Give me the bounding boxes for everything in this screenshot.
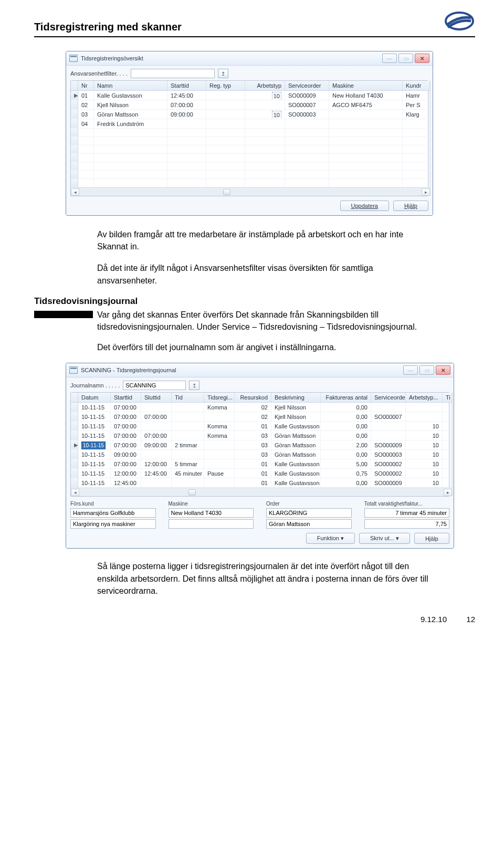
window-title: SCANNING - Tidsregistreringsjournal <box>81 367 403 373</box>
table-journal[interactable]: Datum Starttid Sluttid Tid Tidsregi... R… <box>70 392 449 497</box>
window-titlebar[interactable]: SCANNING - Tidsregistreringsjournal — ▭ … <box>66 363 454 377</box>
chevron-down-icon: ▾ <box>396 535 399 541</box>
tot-field-2[interactable] <box>364 519 450 529</box>
minimize-button[interactable]: — <box>403 365 418 375</box>
filter-lookup-button[interactable]: ↥ <box>218 69 228 78</box>
section-text-1: Var gång det skannas Enter överförs Det … <box>97 309 433 333</box>
brand-logo <box>444 10 475 31</box>
h-scrollbar[interactable]: ◂ ▸ <box>71 187 430 196</box>
journal-input[interactable] <box>123 381 186 390</box>
order-label: Order <box>266 501 352 507</box>
table-row[interactable]: ▶01Kalle Gustavsson12:45:0010SO000009New… <box>71 91 430 100</box>
table-row[interactable]: 10-11-1509:00:0003Göran Mattsson0,00SO00… <box>71 450 452 459</box>
table-row[interactable] <box>71 154 430 162</box>
journal-label: Journalnamn . . . . . <box>70 382 120 388</box>
page-footer: 9.12.10 12 <box>34 615 475 624</box>
section-marker <box>34 311 93 318</box>
table-row[interactable] <box>71 129 430 137</box>
filter-label: Ansvarsenhetfilter. . . . <box>70 70 128 77</box>
window-title: Tidsregistreringsöversikt <box>81 55 382 61</box>
page-number: 12 <box>459 615 475 624</box>
window-titlebar[interactable]: Tidsregistreringsöversikt — ▭ ✕ <box>66 51 433 66</box>
v-scrollbar[interactable] <box>430 81 430 196</box>
table-row[interactable] <box>71 179 430 187</box>
scroll-left-button[interactable]: ◂ <box>71 489 79 496</box>
table-header: Nr Namn Starttid Reg. typ Arbetstyp Serv… <box>71 81 430 91</box>
fors-field-2[interactable] <box>70 519 156 529</box>
tot-label: Totalt varaktighet/faktur... <box>364 501 450 507</box>
table-row[interactable]: 10-11-1512:00:0012:45:0045 minuterPause0… <box>71 469 452 478</box>
close-button[interactable]: ✕ <box>415 54 429 63</box>
table-row[interactable]: 10-11-1507:00:00Komma01Kalle Gustavsson0… <box>71 422 452 431</box>
section-text-2: Det överförs till det journalnamn som är… <box>97 341 433 353</box>
table-row[interactable] <box>71 137 430 145</box>
body-text-3: Så länge posterna ligger i tidsregistrer… <box>97 560 433 597</box>
table-row[interactable]: 02Kjell Nilsson07:00:00SO000007AGCO MF64… <box>71 100 430 110</box>
scroll-right-button[interactable]: ▸ <box>444 489 452 496</box>
window-tidsregistreringsjournal: SCANNING - Tidsregistreringsjournal — ▭ … <box>66 363 454 549</box>
maximize-button[interactable]: ▭ <box>419 365 434 375</box>
maximize-button[interactable]: ▭ <box>398 54 413 63</box>
minimize-button[interactable]: — <box>382 54 397 63</box>
mask-field-2[interactable] <box>169 519 254 529</box>
table-header: Datum Starttid Sluttid Tid Tidsregi... R… <box>71 393 452 403</box>
tot-field-1[interactable] <box>364 508 450 518</box>
order-field-2[interactable] <box>266 519 352 529</box>
fors-label: Förs.kund <box>70 501 156 507</box>
filter-input[interactable] <box>131 69 215 78</box>
page-title: Tidsregistrering med skanner <box>34 21 475 33</box>
v-scrollbar[interactable] <box>452 393 453 496</box>
table-row[interactable] <box>71 145 430 154</box>
scroll-left-button[interactable]: ◂ <box>71 188 79 196</box>
scroll-right-button[interactable]: ▸ <box>422 188 430 196</box>
help-button[interactable]: Hjälp <box>393 201 428 211</box>
table-row[interactable]: ▶10-11-1507:00:0009:00:002 timmar03Göran… <box>71 440 452 450</box>
fors-field-1[interactable] <box>70 508 156 518</box>
table-row[interactable]: 10-11-1507:00:0012:00:005 timmar01Kalle … <box>71 459 452 469</box>
table-row[interactable]: 10-11-1512:45:0001Kalle Gustavsson0,00SO… <box>71 478 452 488</box>
window-icon <box>69 55 78 62</box>
table-row[interactable]: 10-11-1507:00:00Komma02Kjell Nilsson0,00 <box>71 403 452 412</box>
table-row[interactable] <box>71 162 430 171</box>
mask-label: Maskine <box>169 501 254 507</box>
body-text-1: Av bilden framgår att tre medarbetare är… <box>97 228 433 253</box>
mask-field-1[interactable] <box>169 508 254 518</box>
table-row[interactable]: 10-11-1507:00:0007:00:00Komma03Göran Mat… <box>71 431 452 440</box>
body-text-2: Då det inte är ifyllt något i Ansvarsenh… <box>97 262 433 286</box>
update-button[interactable]: Uppdatera <box>340 201 389 211</box>
section-title: Tidsredovisningsjournal <box>34 296 475 307</box>
journal-lookup-button[interactable]: ↥ <box>189 381 200 390</box>
help-button[interactable]: Hjälp <box>414 533 449 544</box>
h-scrollbar[interactable]: ◂ ▸ <box>71 488 452 496</box>
window-tidsregistrering-oversikt: Tidsregistreringsöversikt — ▭ ✕ Ansvarse… <box>66 51 433 216</box>
function-button[interactable]: Funktion ▾ <box>306 533 355 544</box>
summary-area: Förs.kund Maskine Order Totalt varaktigh… <box>70 501 449 529</box>
chevron-down-icon: ▾ <box>341 535 344 541</box>
version-text: 9.12.10 <box>421 615 447 624</box>
table-row[interactable]: 04Fredrik Lundström <box>71 119 430 129</box>
order-field-1[interactable] <box>266 508 352 518</box>
close-button[interactable]: ✕ <box>436 365 450 375</box>
print-button[interactable]: Skriv ut... ▾ <box>359 533 410 544</box>
window-icon <box>69 366 78 374</box>
title-divider <box>34 36 475 37</box>
table-row[interactable]: 03Göran Mattsson09:00:0010SO000003Klarg <box>71 110 430 119</box>
table-row[interactable] <box>71 171 430 179</box>
table-row[interactable]: 10-11-1507:00:0007:00:0002Kjell Nilsson0… <box>71 412 452 422</box>
table-oversikt[interactable]: Nr Namn Starttid Reg. typ Arbetstyp Serv… <box>70 80 428 196</box>
